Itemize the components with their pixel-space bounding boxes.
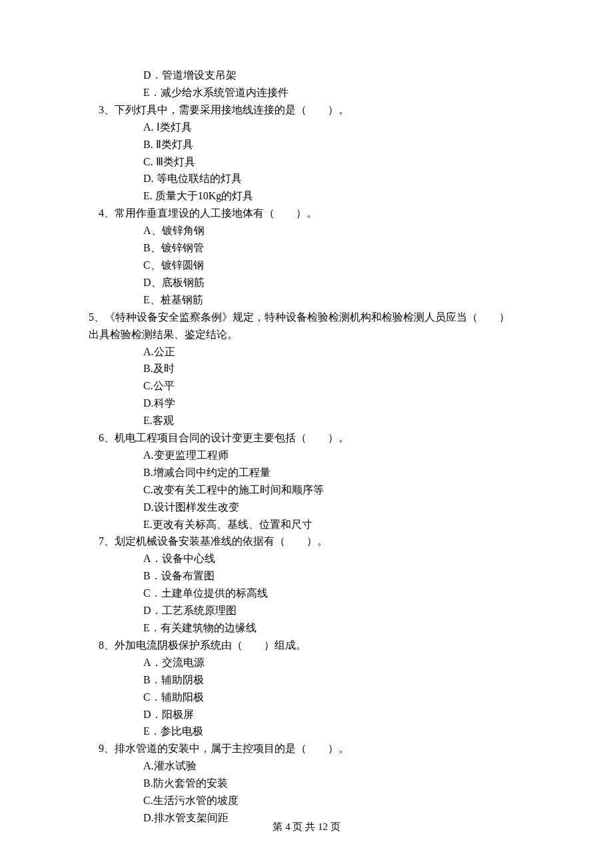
option-5-a: A.公正 — [99, 343, 513, 361]
option-7-b: B．设备布置图 — [99, 567, 513, 585]
option-4-d: D、底板钢筋 — [99, 274, 513, 291]
option-5-d: D.科学 — [99, 395, 513, 412]
option-6-c: C.改变有关工程中的施工时间和顺序等 — [99, 481, 513, 499]
question-6-stem: 6、机电工程项目合同的设计变更主要包括（ ）。 — [99, 429, 513, 447]
option-7-a: A．设备中心线 — [99, 550, 513, 567]
option-9-a: A.灌水试验 — [99, 757, 513, 775]
option-5-e: E.客观 — [99, 412, 513, 429]
option-9-b: B.防火套管的安装 — [99, 775, 513, 792]
option-8-e: E．参比电极 — [99, 723, 513, 740]
option-7-e: E．有关建筑物的边缘线 — [99, 619, 513, 637]
option-7-d: D．工艺系统原理图 — [99, 602, 513, 619]
option-4-e: E、桩基钢筋 — [99, 291, 513, 309]
option-6-b: B.增减合同中约定的工程量 — [99, 464, 513, 481]
option-3-d: D. 等电位联结的灯具 — [99, 170, 513, 187]
option-9-c: C.生活污水管的坡度 — [99, 792, 513, 809]
option-7-c: C．土建单位提供的标高线 — [99, 585, 513, 602]
question-7-stem: 7、划定机械设备安装基准线的依据有（ ）。 — [99, 533, 513, 550]
option-3-e: E. 质量大于10Kg的灯具 — [99, 187, 513, 205]
option-8-d: D．阳极屏 — [99, 706, 513, 723]
page: D．管道增设支吊架 E．减少给水系统管道内连接件 3、下列灯具中，需要采用接地线… — [0, 0, 613, 868]
option-5-b: B.及时 — [99, 360, 513, 377]
question-4-stem: 4、常用作垂直埋设的人工接地体有（ ）。 — [99, 205, 513, 222]
option-8-a: A．交流电源 — [99, 654, 513, 671]
option-4-c: C、镀锌圆钢 — [99, 257, 513, 274]
question-3-stem: 3、下列灯具中，需要采用接地线连接的是（ ）。 — [99, 101, 513, 119]
option-4-b: B、镀锌钢管 — [99, 239, 513, 257]
question-8-stem: 8、外加电流阴极保护系统由（ ）组成。 — [99, 637, 513, 654]
question-5-stem: 5、《特种设备安全监察条例》规定，特种设备检验检测机构和检验检测人员应当（ ）出… — [89, 309, 513, 343]
option-pre-e: E．减少给水系统管道内连接件 — [99, 84, 513, 101]
option-8-c: C．辅助阳极 — [99, 689, 513, 706]
question-9-stem: 9、排水管道的安装中，属于主控项目的是（ ）。 — [99, 740, 513, 757]
content-body: D．管道增设支吊架 E．减少给水系统管道内连接件 3、下列灯具中，需要采用接地线… — [0, 67, 613, 827]
option-4-a: A、镀锌角钢 — [99, 222, 513, 239]
option-3-a: A. Ⅰ类灯具 — [99, 119, 513, 136]
option-3-c: C. Ⅲ类灯具 — [99, 153, 513, 171]
option-5-c: C.公平 — [99, 377, 513, 395]
option-6-d: D.设计图样发生改变 — [99, 499, 513, 516]
option-6-a: A.变更监理工程师 — [99, 447, 513, 464]
option-8-b: B．辅助阴极 — [99, 671, 513, 689]
option-3-b: B. Ⅱ类灯具 — [99, 136, 513, 153]
option-pre-d: D．管道增设支吊架 — [99, 67, 513, 84]
page-footer: 第 4 页 共 12 页 — [0, 819, 613, 835]
option-6-e: E.更改有关标高、基线、位置和尺寸 — [99, 516, 513, 533]
